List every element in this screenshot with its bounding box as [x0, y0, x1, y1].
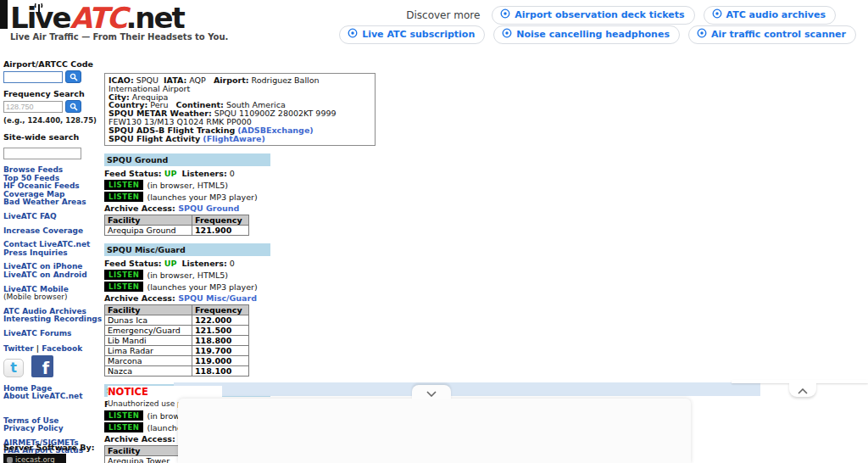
listeners-count: 0 — [230, 259, 235, 268]
sidebar-link[interactable]: Privacy Policy — [3, 425, 100, 433]
listen-note: (in browser, HTML5) — [147, 181, 228, 190]
frequency-header: Frequency — [192, 305, 249, 315]
pill-label: Air traffic control scanner — [711, 29, 846, 40]
nav-group-forums: LiveATC Forums — [3, 330, 100, 338]
listen-mp3-button[interactable]: LISTEN — [104, 282, 143, 292]
pill-live-atc-subscription[interactable]: Live ATC subscription — [339, 25, 485, 44]
facility-cell: Emergency/Guard — [105, 326, 192, 336]
chevron-down-icon — [426, 384, 437, 400]
twitter-link[interactable]: Twitter — [3, 344, 34, 353]
feed-section-ground: SPQU Ground Feed Status: UP Listeners: 0… — [104, 153, 765, 236]
feed-section-misc-guard: SPQU Misc/Guard Feed Status: UP Listener… — [104, 243, 765, 377]
site-logo[interactable]: LiveATC.net Live Air Traffic — From Thei… — [10, 2, 228, 42]
pill-label: Noise cancelling headphones — [516, 29, 670, 40]
circle-dot-icon — [712, 8, 722, 21]
pill-label: ATC audio archives — [726, 9, 826, 20]
pill-airport-observation-deck-tickets[interactable]: Airport observation deck tickets — [492, 6, 694, 25]
sidebar-link[interactable]: LiveATC on Android — [3, 271, 100, 280]
table-row: Dunas Ica122.000 — [105, 315, 249, 326]
logo-atc: ATC — [70, 1, 126, 35]
frequency-table: Facility Frequency Dunas Ica122.000Emerg… — [104, 304, 249, 377]
listen-note: (launches your MP3 player) — [147, 282, 257, 292]
nav-group-coverage: Increase Coverage — [3, 227, 100, 236]
table-row: Arequipa Ground121.900 — [105, 226, 249, 236]
flightaware-link[interactable]: (FlightAware) — [203, 134, 264, 143]
frequency-search-label: Frequency Search — [3, 89, 100, 98]
table-row: Lima Radar119.700 — [105, 346, 249, 356]
facility-header: Facility — [105, 215, 192, 226]
discover-row-1: Discover more Airport observation deck t… — [406, 6, 836, 25]
sidebar-link[interactable]: Press Inquiries — [3, 249, 100, 258]
left-edge-bar — [0, 0, 8, 29]
archive-access-link[interactable]: SPQU Ground — [178, 204, 239, 213]
server-software-label: Server Software By: — [3, 443, 97, 452]
facility-cell: Lib Mandi — [105, 336, 192, 346]
listen-mp3-button[interactable]: LISTEN — [104, 422, 143, 432]
frequency-search-input[interactable] — [3, 101, 63, 113]
facility-cell: Arequipa Ground — [105, 226, 192, 236]
table-row: Emergency/Guard121.500 — [105, 326, 249, 336]
sidebar-link[interactable]: Increase Coverage — [3, 227, 100, 236]
facility-cell: Marcona — [105, 356, 192, 366]
ad-collapse-button[interactable] — [412, 385, 451, 399]
circle-dot-icon — [348, 28, 358, 41]
info-line-activity: SPQU Flight Activity (FlightAware) — [108, 135, 371, 143]
server-software: Server Software By: icecast.org — [3, 443, 97, 463]
pill-noise-cancelling-headphones[interactable]: Noise cancelling headphones — [493, 25, 680, 44]
circle-dot-icon — [502, 28, 512, 41]
archive-access-label: Archive Access: — [104, 293, 175, 303]
table-row: Marcona119.000 — [105, 356, 249, 366]
sidebar-link[interactable]: Interesting Recordings — [3, 315, 100, 324]
pill-atc-audio-archives[interactable]: ATC audio archives — [704, 6, 837, 25]
frequency-search-button[interactable] — [65, 100, 81, 113]
listeners-label: Listeners: — [181, 259, 226, 268]
icecast-badge[interactable]: icecast.org — [3, 454, 66, 463]
facebook-link[interactable]: Facebook — [42, 344, 82, 353]
facility-cell: Nazca — [105, 366, 192, 377]
frequency-cell: 119.000 — [192, 356, 249, 366]
frequency-cell: 121.500 — [192, 326, 249, 336]
sidebar-link[interactable]: Bad Weather Areas — [3, 198, 100, 207]
sidebar-link[interactable]: LiveATC Forums — [3, 330, 100, 338]
frequency-cell: 121.900 — [192, 226, 249, 236]
icecast-label: icecast.org — [15, 455, 55, 463]
nav-group-faq: LiveATC FAQ — [3, 213, 100, 221]
sidebar-link[interactable]: LiveATC FAQ — [3, 213, 100, 221]
nav-group-legal: Terms of UsePrivacy Policy — [3, 417, 100, 433]
listen-note: (launches your MP3 player) — [147, 192, 257, 202]
sidebar-text: (Mobile browser) — [3, 293, 100, 302]
facebook-icon[interactable]: f — [31, 355, 53, 377]
circle-dot-icon — [500, 8, 510, 21]
frequency-cell: 118.800 — [192, 336, 249, 346]
pill-label: Airport observation deck tickets — [515, 9, 684, 20]
pill-air-traffic-control-scanner[interactable]: Air traffic control scanner — [688, 25, 856, 44]
logo-tagline: Live Air Traffic — From Their Headsets t… — [10, 32, 228, 42]
facility-cell: Lima Radar — [105, 346, 192, 356]
frequency-hint: (e.g., 124.400, 128.75) — [3, 116, 100, 125]
status-badge: UP — [164, 169, 177, 178]
nav-group-archives: ATC Audio ArchivesInteresting Recordings — [3, 308, 100, 324]
archive-access-link[interactable]: SPQU Misc/Guard — [178, 293, 257, 303]
feed-title: SPQU Misc/Guard — [104, 243, 270, 256]
facility-header: Facility — [105, 305, 192, 315]
frequency-cell: 119.700 — [192, 346, 249, 356]
search-icon — [70, 98, 78, 114]
site-search-input[interactable] — [3, 148, 81, 159]
listen-mp3-button[interactable]: LISTEN — [104, 192, 143, 202]
twitter-icon[interactable]: t — [3, 359, 24, 377]
listen-html5-button[interactable]: LISTEN — [104, 270, 143, 280]
ad-expand-button[interactable] — [789, 382, 816, 397]
nav-group-feeds: Browse FeedsTop 50 FeedsHF Oceanic Feeds… — [3, 166, 100, 207]
airport-code-search-button[interactable] — [65, 70, 81, 83]
frequency-table: Facility Frequency Arequipa Ground121.90… — [104, 215, 249, 236]
listen-html5-button[interactable]: LISTEN — [104, 180, 143, 190]
airport-code-input[interactable] — [3, 71, 63, 83]
feed-status-line: Feed Status: UP Listeners: 0 — [104, 169, 765, 178]
search-icon — [70, 69, 78, 85]
nav-group-mobile: LiveATC Mobile(Mobile browser) — [3, 286, 100, 302]
sidebar-link[interactable]: About LiveATC.net — [3, 393, 100, 401]
sidebar: Airport/ARTCC Code Frequency Search (e.g… — [3, 59, 100, 463]
discover-row-2: Live ATC subscription Noise cancelling h… — [339, 25, 856, 44]
airport-code-label: Airport/ARTCC Code — [3, 59, 100, 69]
listen-html5-button[interactable]: LISTEN — [104, 410, 143, 421]
